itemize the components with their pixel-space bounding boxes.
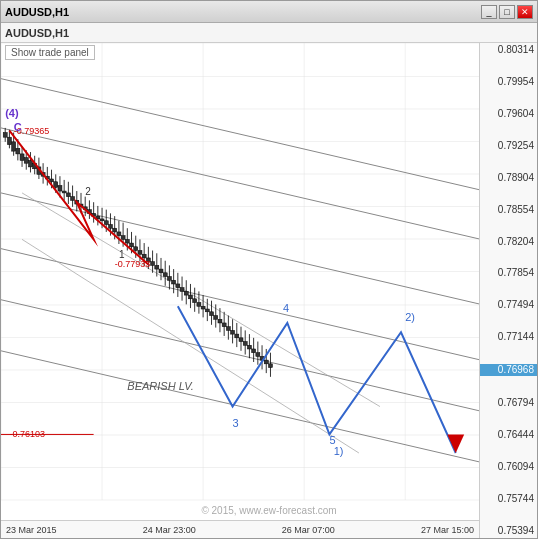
- price-6: 0.78204: [480, 237, 537, 247]
- price-11: 0.76794: [480, 398, 537, 408]
- maximize-button[interactable]: □: [499, 5, 515, 19]
- price-12: 0.76444: [480, 430, 537, 440]
- title-bar: AUDUSD,H1 _ □ ✕: [1, 1, 537, 23]
- time-3: 27 Mar 15:00: [421, 525, 474, 535]
- chart-canvas: [1, 43, 481, 518]
- price-9: 0.77144: [480, 332, 537, 342]
- price-1: 0.79954: [480, 77, 537, 87]
- price-highlighted: 0.76968: [480, 364, 537, 376]
- minimize-button[interactable]: _: [481, 5, 497, 19]
- price-axis: 0.80314 0.79954 0.79604 0.79254 0.78904 …: [479, 43, 537, 538]
- time-2: 26 Mar 07:00: [282, 525, 335, 535]
- time-0: 23 Mar 2015: [6, 525, 57, 535]
- price-7: 0.77854: [480, 268, 537, 278]
- price-15: 0.75394: [480, 526, 537, 536]
- price-4: 0.78904: [480, 173, 537, 183]
- price-14: 0.75744: [480, 494, 537, 504]
- price-5: 0.78554: [480, 205, 537, 215]
- close-button[interactable]: ✕: [517, 5, 533, 19]
- price-3: 0.79254: [480, 141, 537, 151]
- price-2: 0.79604: [480, 109, 537, 119]
- window-title: AUDUSD,H1: [5, 6, 69, 18]
- time-axis: 23 Mar 2015 24 Mar 23:00 26 Mar 07:00 27…: [1, 520, 479, 538]
- price-8: 0.77494: [480, 300, 537, 310]
- time-1: 24 Mar 23:00: [143, 525, 196, 535]
- price-13: 0.76094: [480, 462, 537, 472]
- chart-area: Show trade panel 0.80314 0.79954 0.79604…: [1, 43, 537, 538]
- window-controls: _ □ ✕: [481, 5, 533, 19]
- chart-toolbar: AUDUSD,H1: [1, 23, 537, 43]
- main-window: AUDUSD,H1 _ □ ✕ AUDUSD,H1 Show trade pan…: [0, 0, 538, 539]
- price-0: 0.80314: [480, 45, 537, 55]
- show-trade-panel-button[interactable]: Show trade panel: [5, 45, 95, 60]
- chart-symbol-label: AUDUSD,H1: [5, 27, 69, 39]
- watermark: © 2015, www.ew-forecast.com: [201, 505, 336, 516]
